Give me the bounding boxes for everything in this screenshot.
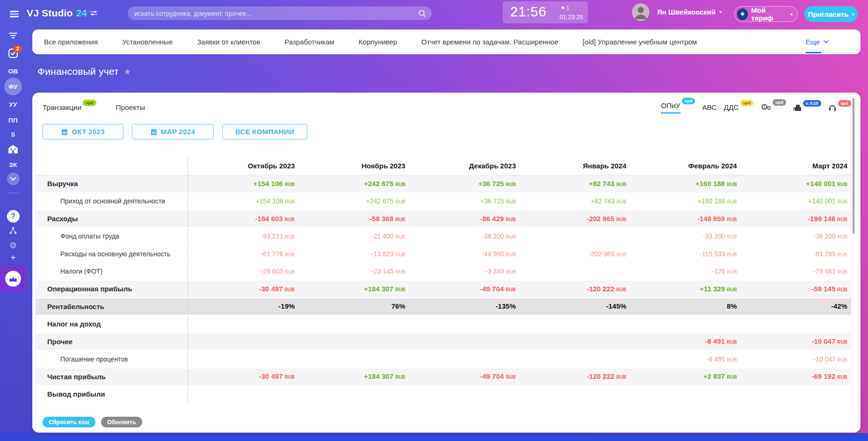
tab-abc[interactable]: АВС <box>702 103 716 112</box>
table-row[interactable]: Погашение процентов-8 491RUB-10 047RUB <box>36 351 851 369</box>
table-row[interactable]: Операционная прибыль-30 497RUB+184 307RU… <box>36 281 851 298</box>
app-window: VJ Studio 24 21:56 ⚑1 01:23:25 Ян Швейко… <box>0 0 868 441</box>
value-cell: -30 497RUB <box>188 372 298 381</box>
upd-badge: upd <box>682 98 695 104</box>
value-cell: -59 145RUB <box>741 285 851 293</box>
value-cell: -202 965RUB <box>520 250 630 258</box>
value-cell: -8 491RUB <box>630 337 740 346</box>
nav-tab-time-report[interactable]: Отчет времени по задачам. Расширенное <box>421 38 558 46</box>
sidebar-item-uu[interactable]: УУ <box>0 100 26 109</box>
sidebar-item-zk[interactable]: ЗК <box>0 160 26 169</box>
favorite-star-icon[interactable]: ★ <box>124 67 131 77</box>
logo[interactable]: VJ Studio 24 <box>27 7 97 19</box>
tab-dds[interactable]: ДДС upd <box>724 103 754 112</box>
value-cell: +160 188RUB <box>630 197 740 205</box>
menu-icon[interactable] <box>10 11 19 18</box>
value-cell: -135% <box>409 302 520 311</box>
search-input[interactable] <box>128 10 418 17</box>
upd-badge: upd <box>740 100 754 106</box>
support-button[interactable]: upd <box>828 104 852 111</box>
store-icon[interactable] <box>0 145 26 153</box>
companies-filter-button[interactable]: ВСЕ КОМПАНИИ <box>222 124 307 139</box>
version-button[interactable]: v. 0.10 <box>793 104 821 111</box>
apps-nav-bar: Все приложения Установленные Заявки от к… <box>32 29 861 54</box>
clock-widget[interactable]: 21:56 ⚑1 01:23:25 <box>503 1 588 23</box>
user-avatar[interactable] <box>632 3 650 21</box>
tab-transactions[interactable]: Транзакции upd <box>43 103 96 112</box>
scrollbar[interactable] <box>853 98 854 234</box>
sidebar-item-s[interactable]: S <box>0 130 26 139</box>
row-label: Прочее <box>36 333 188 350</box>
table-row[interactable]: Расходы на основную деятельность-61 776R… <box>36 246 851 263</box>
tab-opiu[interactable]: ОПиУ upd <box>661 101 695 114</box>
sidebar: 2 ОВ ФУ УУ ПП S ЗК ? ⚙ + <box>0 28 26 441</box>
table-row[interactable]: Налог на доход <box>36 316 851 333</box>
machine-icon <box>793 104 802 111</box>
network-icon[interactable] <box>0 226 26 235</box>
filter-icon[interactable] <box>0 32 26 39</box>
flag-count: 1 <box>566 5 569 11</box>
period-end-button[interactable]: МАР 2024 <box>132 124 214 139</box>
nav-tab-developers[interactable]: Разработчикам <box>284 38 334 46</box>
nav-more-button[interactable]: Еще <box>805 29 829 54</box>
table-row[interactable]: Налоги (ФОТ)-29 605RUB-23 145RUB-3 249RU… <box>36 263 851 281</box>
sidebar-item-pp[interactable]: ПП <box>0 116 26 125</box>
settings-button[interactable]: ⚙⚙ upd <box>760 103 786 112</box>
chevron-circle-icon[interactable] <box>0 173 26 185</box>
chevron-down-icon: ▾ <box>719 9 722 14</box>
version-badge: v. 0.10 <box>803 100 821 107</box>
page-title: Финансовый учет <box>37 66 119 77</box>
help-icon[interactable]: ? <box>0 210 26 223</box>
row-label: Налоги (ФОТ) <box>36 263 188 280</box>
row-label: Налог на доход <box>36 316 188 333</box>
search-icon[interactable] <box>418 9 426 17</box>
nav-tab-corpuniver[interactable]: Корпунивер <box>359 38 397 46</box>
market-tile[interactable] <box>0 266 26 292</box>
gear-icon[interactable]: ⚙ <box>0 240 26 251</box>
table-row[interactable]: Выручка+154 106RUB+242 675RUB+36 725RUB+… <box>36 175 851 193</box>
nav-tab-all-apps[interactable]: Все приложения <box>44 38 98 46</box>
plus-icon[interactable]: + <box>0 253 26 263</box>
table-row[interactable]: Вывод прибыли <box>36 386 851 404</box>
chevron-down-icon <box>824 40 829 43</box>
nav-tab-client-requests[interactable]: Заявки от клиентов <box>197 38 260 46</box>
reset-cache-button[interactable]: Сбросить кэш <box>43 417 95 427</box>
tab-projects[interactable]: Проекты <box>116 103 145 112</box>
chevron-down-icon: ▾ <box>852 12 854 17</box>
column-header: Март 2024 <box>741 162 851 170</box>
table-row[interactable]: Рентабельность-19%76%-135%-145%8%-42% <box>36 298 851 316</box>
brand-suffix: 24 <box>76 7 87 19</box>
value-cell: -126RUB <box>630 267 740 275</box>
value-cell: -10 047RUB <box>741 355 851 363</box>
value-cell: +82 743RUB <box>520 197 630 205</box>
tasks-icon[interactable]: 2 <box>0 49 26 60</box>
nav-tab-old-training-center[interactable]: [old] Управление учебным центром <box>583 38 697 46</box>
table-row[interactable]: Фонд оплаты труда-93 221RUB-21 400RUB-38… <box>36 228 851 246</box>
table-row[interactable]: Прочее-8 491RUB-10 047RUB <box>36 333 851 351</box>
invite-button[interactable]: Пригласить ▾ <box>804 6 858 22</box>
table-row[interactable]: Чистая прибыль-30 497RUB+184 307RUB-49 7… <box>36 369 851 386</box>
value-cell: -148 859RUB <box>630 215 740 223</box>
user-menu[interactable]: Ян Швейковский ▾ <box>657 8 722 16</box>
row-label: Приход от основной деятельности <box>36 193 188 210</box>
notification-badge: 2 <box>13 45 22 52</box>
calendar-icon <box>151 129 157 135</box>
value-cell: -86 429RUB <box>409 215 520 223</box>
app-tabs-row: Транзакции upd Проекты ОПиУ upd АВС ДДС … <box>43 99 851 116</box>
row-label: Рентабельность <box>36 298 188 315</box>
sidebar-item-ov[interactable]: ОВ <box>0 66 26 76</box>
sidebar-item-fu[interactable]: ФУ <box>4 78 22 95</box>
topbar: VJ Studio 24 21:56 ⚑1 01:23:25 Ян Швейко… <box>0 0 868 28</box>
page-header: Финансовый учет ★ <box>37 66 131 77</box>
period-start-button[interactable]: ОКТ 2023 <box>43 124 123 139</box>
tariff-button[interactable]: ❖ Мой тариф ▾ <box>734 6 798 22</box>
value-cell: -58 368RUB <box>298 215 409 223</box>
nav-tab-installed[interactable]: Установленные <box>122 38 173 46</box>
upd-badge: upd <box>838 100 852 107</box>
value-cell: +184 307RUB <box>298 372 409 381</box>
table-row[interactable]: Расходы-184 603RUB-58 368RUB-86 429RUB-2… <box>36 210 851 228</box>
value-cell: -184 603RUB <box>188 215 298 223</box>
value-cell: -21 400RUB <box>298 232 409 240</box>
table-row[interactable]: Приход от основной деятельности+154 106R… <box>36 193 851 211</box>
refresh-button[interactable]: Обновить <box>101 417 142 427</box>
